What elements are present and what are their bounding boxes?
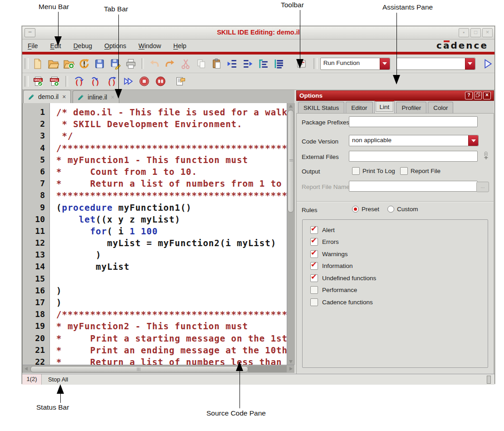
tab-skill-status[interactable]: SKILL Status xyxy=(298,102,344,113)
step-out-button[interactable]: () xyxy=(105,74,118,88)
annotation-toolbar: Toolbar xyxy=(281,1,304,9)
shift-right-button[interactable] xyxy=(241,57,254,70)
save-as-button[interactable] xyxy=(109,57,122,70)
undo-button[interactable] xyxy=(148,57,161,70)
rule-warnings[interactable]: Warnings xyxy=(303,248,488,260)
report-file-name-input[interactable] xyxy=(349,181,478,192)
external-files-input[interactable] xyxy=(349,151,478,162)
tab-close-icon[interactable] xyxy=(111,94,114,101)
open-file-add-button[interactable] xyxy=(62,57,75,70)
line-number: 11 xyxy=(23,225,49,237)
code-line: * Return a list of numbers less than 10 xyxy=(56,356,287,365)
maximize-button[interactable] xyxy=(470,28,481,37)
checkbox[interactable] xyxy=(310,286,318,294)
save-button[interactable] xyxy=(93,57,106,70)
minimize-button[interactable] xyxy=(459,28,469,37)
format-all-button[interactable] xyxy=(272,57,285,70)
toolbar-grip[interactable] xyxy=(313,58,318,69)
print-to-log-option[interactable]: Print To Log xyxy=(352,167,395,175)
external-files-label: External Files xyxy=(302,154,339,160)
tab-close-icon[interactable] xyxy=(62,93,66,100)
checkbox[interactable] xyxy=(310,250,318,258)
checkbox[interactable] xyxy=(310,298,318,306)
rule-undefined-functions[interactable]: Undefined functions xyxy=(303,272,488,284)
run-target-combo[interactable] xyxy=(396,58,475,70)
menu-window[interactable]: Window xyxy=(138,42,161,50)
radio-button[interactable] xyxy=(352,206,359,213)
undock-button[interactable] xyxy=(474,92,482,99)
step-over-button[interactable]: () xyxy=(72,74,86,88)
scrollbar-thumb[interactable] xyxy=(30,366,248,372)
tab-demo-il[interactable]: demo.il xyxy=(23,90,71,103)
new-file-button[interactable] xyxy=(31,57,44,70)
check-skill-button[interactable]: SKILL xyxy=(31,74,45,88)
toolbar-row-2: SKILL SKILL () () () xyxy=(22,73,494,90)
tab-profiler[interactable]: Profiler xyxy=(396,102,426,113)
close-pane-button[interactable] xyxy=(483,92,491,99)
print-button[interactable] xyxy=(124,57,137,70)
continue-button[interactable] xyxy=(121,74,135,88)
scroll-right-icon[interactable] xyxy=(289,367,293,371)
scroll-left-icon[interactable] xyxy=(24,367,28,371)
rule-errors[interactable]: Errors xyxy=(303,236,488,248)
rules-preset-option[interactable]: Preset xyxy=(352,206,379,213)
checkbox[interactable] xyxy=(310,262,318,270)
rule-alert[interactable]: Alert xyxy=(303,224,488,236)
combo-dropdown-button[interactable] xyxy=(465,58,475,69)
scrollbar-thumb[interactable] xyxy=(288,110,294,213)
show-report-button[interactable] xyxy=(174,74,187,88)
paste-button[interactable] xyxy=(210,57,223,70)
open-file-button[interactable] xyxy=(47,57,59,70)
shift-left-button[interactable] xyxy=(226,57,239,70)
horizontal-scrollbar[interactable] xyxy=(22,365,294,373)
checkbox[interactable] xyxy=(352,167,360,175)
combo-dropdown-button[interactable] xyxy=(380,58,390,69)
toolbar-grip[interactable] xyxy=(24,76,29,87)
package-prefixes-input[interactable] xyxy=(349,116,478,127)
menu-debug[interactable]: Debug xyxy=(73,42,92,50)
combo-dropdown-button[interactable] xyxy=(468,135,478,146)
tab-inline-il[interactable]: inline.il xyxy=(73,90,119,103)
run-button[interactable] xyxy=(482,57,494,70)
options-pane-header[interactable]: Options xyxy=(296,90,494,101)
menu-file[interactable]: File xyxy=(28,42,38,50)
scroll-up-icon[interactable] xyxy=(289,104,293,108)
tab-lint[interactable]: Lint xyxy=(374,100,395,113)
code-editor[interactable]: /* demo.il - This file is used for a wal… xyxy=(56,103,287,365)
code-line: myList xyxy=(56,261,287,272)
help-button[interactable] xyxy=(465,92,473,99)
rules-custom-option[interactable]: Custom xyxy=(387,206,418,213)
scroll-down-icon[interactable] xyxy=(289,360,293,363)
menu-help[interactable]: Help xyxy=(173,42,186,50)
scrollbar-track[interactable] xyxy=(248,366,287,372)
vertical-scrollbar[interactable] xyxy=(287,103,295,365)
close-button[interactable] xyxy=(482,28,493,37)
menu-options[interactable]: Options xyxy=(104,42,126,50)
cut-button[interactable] xyxy=(179,57,192,70)
checkbox[interactable] xyxy=(310,274,318,282)
code-version-combo[interactable]: non applicable xyxy=(349,135,479,146)
checkbox[interactable] xyxy=(310,226,318,234)
tab-color[interactable]: Color xyxy=(428,102,453,113)
format-structure-button[interactable] xyxy=(257,57,269,70)
rule-cadence-functions[interactable]: Cadence functions xyxy=(303,296,488,308)
step-into-button[interactable]: () xyxy=(88,74,102,88)
rule-information[interactable]: Information xyxy=(303,260,488,272)
break-all-button[interactable] xyxy=(154,74,167,88)
rule-performance[interactable]: Performance xyxy=(303,284,488,297)
revert-file-button[interactable] xyxy=(78,57,91,70)
browse-button[interactable]: ... xyxy=(476,182,489,192)
run-function-combo[interactable]: Run Function xyxy=(320,58,390,70)
tab-editor[interactable]: Editor xyxy=(346,102,372,113)
radio-button[interactable] xyxy=(387,206,394,213)
load-skill-button[interactable]: SKILL xyxy=(48,74,61,88)
checkbox[interactable] xyxy=(400,167,408,175)
report-file-option[interactable]: Report File xyxy=(400,167,440,175)
copy-button[interactable] xyxy=(195,57,207,70)
stop-button[interactable] xyxy=(137,74,151,88)
redo-button[interactable] xyxy=(164,57,176,70)
line-number: 2 xyxy=(23,118,49,130)
external-files-browse-button[interactable] xyxy=(481,150,491,163)
toolbar-grip[interactable] xyxy=(24,58,29,69)
checkbox[interactable] xyxy=(310,238,318,246)
